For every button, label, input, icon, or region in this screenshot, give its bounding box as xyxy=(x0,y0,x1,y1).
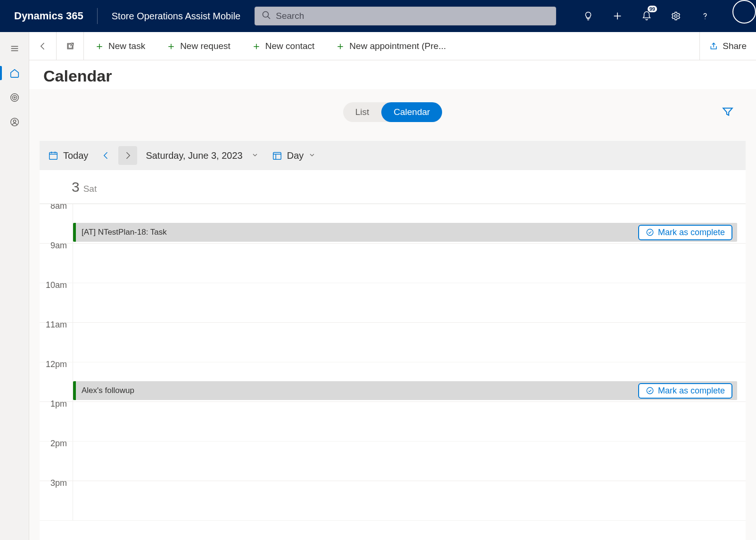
hour-row[interactable]: 9am[AT] NTestPlan-18: TaskMark as comple… xyxy=(40,244,746,283)
home-icon[interactable] xyxy=(0,61,29,85)
next-day-button[interactable] xyxy=(118,146,137,165)
search-input[interactable] xyxy=(276,11,549,21)
new-request-button[interactable]: ＋ New request xyxy=(156,32,241,60)
cmd-label: New task xyxy=(108,41,145,51)
new-appointment-button[interactable]: ＋ New appointment (Pre... xyxy=(325,32,456,60)
filter-icon xyxy=(722,106,734,118)
lightbulb-icon[interactable] xyxy=(574,0,602,32)
day-of-week: Sat xyxy=(83,184,97,194)
today-button[interactable]: Today xyxy=(48,150,88,161)
calendar-event[interactable]: Alex's followupMark as complete xyxy=(73,381,737,400)
view-label: Day xyxy=(287,150,304,161)
search-wrap xyxy=(255,7,565,25)
svg-rect-14 xyxy=(49,153,58,160)
cmd-label: New appointment (Pre... xyxy=(349,41,446,51)
calendar-day-header: 3 Sat xyxy=(40,170,746,204)
view-selector[interactable]: Day xyxy=(272,150,316,161)
calendar-nav xyxy=(97,146,137,165)
hour-row[interactable]: 11am xyxy=(40,323,746,362)
brand[interactable]: Dynamics 365 xyxy=(0,10,98,22)
hour-label: 2pm xyxy=(40,436,73,475)
person-icon[interactable] xyxy=(0,110,29,134)
mark-complete-button[interactable]: Mark as complete xyxy=(638,383,732,399)
event-label: Alex's followup xyxy=(82,386,134,395)
side-rail xyxy=(0,32,29,540)
svg-line-1 xyxy=(268,16,270,19)
day-header[interactable]: 3 Sat xyxy=(68,179,97,195)
cmd-label: New request xyxy=(180,41,230,51)
date-picker[interactable]: Saturday, June 3, 2023 xyxy=(146,150,258,161)
hour-cell[interactable]: Alex's followupMark as complete xyxy=(73,402,746,441)
calendar: 3 Sat 8am9am[AT] NTestPlan-18: TaskMark … xyxy=(40,170,746,540)
bell-icon[interactable]: 99 xyxy=(633,0,661,32)
svg-point-9 xyxy=(10,94,18,102)
check-circle-icon xyxy=(646,386,654,395)
plus-icon: ＋ xyxy=(94,41,105,51)
hour-label: 12pm xyxy=(40,357,73,396)
app-name[interactable]: Store Operations Assist Mobile xyxy=(98,11,255,22)
hour-cell[interactable] xyxy=(73,481,746,520)
gear-icon[interactable] xyxy=(662,0,690,32)
prev-day-button[interactable] xyxy=(97,146,115,165)
new-task-button[interactable]: ＋ New task xyxy=(84,32,156,60)
day-number: 3 xyxy=(72,179,80,195)
content: List Calendar Today xyxy=(29,89,756,540)
hour-cell[interactable] xyxy=(73,283,746,322)
plus-icon: ＋ xyxy=(335,41,345,51)
chevron-down-icon xyxy=(251,150,259,161)
svg-point-10 xyxy=(12,95,16,99)
calendar-view-icon xyxy=(272,150,282,161)
hour-label: 3pm xyxy=(40,475,73,515)
hour-cell[interactable] xyxy=(73,442,746,481)
check-circle-icon xyxy=(646,228,654,237)
filter-button[interactable] xyxy=(718,102,737,121)
hour-row[interactable]: 3pm xyxy=(40,481,746,521)
calendar-event[interactable]: [AT] NTestPlan-18: TaskMark as complete xyxy=(73,223,737,242)
mark-complete-label: Mark as complete xyxy=(658,228,725,237)
popout-button[interactable] xyxy=(57,32,84,60)
new-contact-button[interactable]: ＋ New contact xyxy=(241,32,325,60)
view-toggle-row: List Calendar xyxy=(29,89,756,127)
calendar-toolbar: Today Saturday, June 3, 2023 xyxy=(40,141,746,170)
help-icon[interactable] xyxy=(691,0,719,32)
toggle-calendar[interactable]: Calendar xyxy=(381,102,442,122)
main-area: ＋ New task ＋ New request ＋ New contact ＋… xyxy=(29,32,756,540)
hour-label: 1pm xyxy=(40,396,73,435)
toggle-list[interactable]: List xyxy=(343,102,382,122)
shell: ＋ New task ＋ New request ＋ New contact ＋… xyxy=(0,32,756,540)
svg-point-22 xyxy=(647,387,653,394)
plus-icon: ＋ xyxy=(166,41,176,51)
add-icon[interactable] xyxy=(603,0,632,32)
svg-point-11 xyxy=(14,97,15,98)
hour-row[interactable]: 1pmAlex's followupMark as complete xyxy=(40,402,746,442)
avatar[interactable] xyxy=(732,0,756,24)
calendar-today-icon xyxy=(48,150,58,161)
search-field[interactable] xyxy=(255,7,556,25)
hamburger-icon[interactable] xyxy=(0,37,29,60)
today-label: Today xyxy=(63,150,88,161)
svg-point-0 xyxy=(263,12,269,17)
page-header: Calendar xyxy=(29,60,756,89)
hour-row[interactable]: 10am xyxy=(40,283,746,323)
share-button[interactable]: Share xyxy=(699,32,756,60)
chevron-down-icon xyxy=(308,150,316,161)
target-icon[interactable] xyxy=(0,86,29,109)
command-bar-left xyxy=(29,32,84,60)
share-icon xyxy=(709,41,719,51)
search-icon xyxy=(262,10,271,22)
hour-label: 11am xyxy=(40,317,73,356)
date-label: Saturday, June 3, 2023 xyxy=(146,150,242,161)
notification-badge: 99 xyxy=(648,6,657,12)
mark-complete-button[interactable]: Mark as complete xyxy=(638,225,732,240)
calendar-grid[interactable]: 8am9am[AT] NTestPlan-18: TaskMark as com… xyxy=(40,204,746,540)
hour-cell[interactable]: [AT] NTestPlan-18: TaskMark as complete xyxy=(73,244,746,283)
hour-label: 10am xyxy=(40,278,73,317)
back-button[interactable] xyxy=(29,32,57,60)
hour-row[interactable]: 2pm xyxy=(40,442,746,481)
svg-rect-18 xyxy=(273,153,281,160)
svg-point-21 xyxy=(647,229,653,236)
mark-complete-label: Mark as complete xyxy=(658,386,725,396)
svg-point-12 xyxy=(10,118,18,126)
share-label: Share xyxy=(723,41,747,51)
hour-cell[interactable] xyxy=(73,323,746,362)
